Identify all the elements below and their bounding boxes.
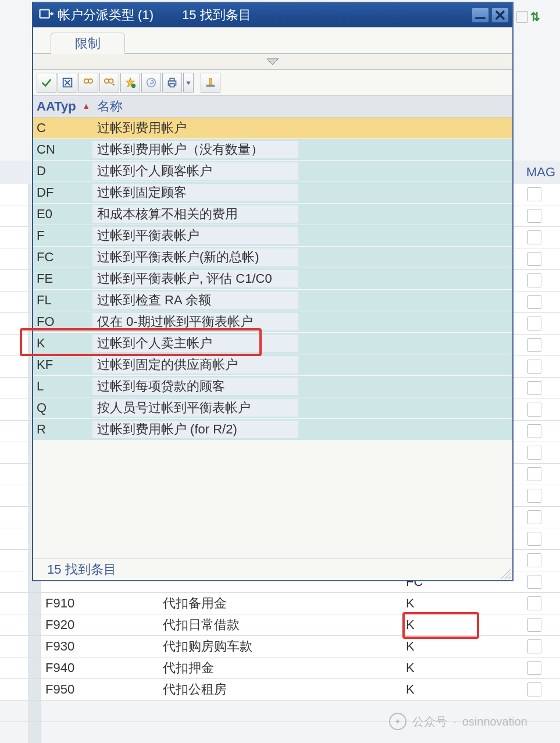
table-row[interactable]: F940 代扣押金 K (0, 657, 560, 679)
row-checkbox[interactable] (527, 338, 541, 352)
svg-rect-13 (170, 84, 174, 87)
list-item-aatyp: FL (33, 293, 92, 308)
table-row[interactable]: F910 代扣备用金 K (0, 593, 560, 614)
list-item-name: 过帐到费用帐户（没有数量） (92, 141, 298, 158)
list-item[interactable]: FC过帐到平衡表帐户(新的总帐) (33, 247, 512, 268)
column-header-name[interactable]: 名称 (92, 98, 123, 115)
row-checkbox[interactable] (527, 510, 541, 524)
row-checkbox[interactable] (527, 596, 541, 610)
list-item-aatyp: DF (33, 185, 92, 200)
highlight-box-k-value (402, 612, 479, 639)
list-item-aatyp: D (33, 163, 92, 179)
wagetype-desc: 代扣备用金 (163, 595, 395, 612)
list-item-name: 过帐到平衡表帐户, 评估 C1/C0 (92, 270, 298, 287)
list-item-name: 过帐到费用帐户 (for R/2) (92, 421, 298, 438)
row-checkbox[interactable] (527, 317, 541, 330)
list-item-name: 过帐到平衡表帐户(新的总帐) (92, 248, 298, 266)
row-checkbox[interactable] (527, 639, 541, 653)
tab-restrictions[interactable]: 限制 (51, 33, 125, 54)
row-checkbox[interactable] (527, 618, 541, 632)
resize-handle[interactable] (498, 566, 511, 579)
row-checkbox[interactable] (527, 489, 541, 503)
svg-point-3 (84, 79, 88, 83)
wagetype-code: F920 (45, 617, 156, 632)
row-checkbox[interactable] (527, 532, 541, 546)
list-item-name: 过帐到固定的供应商帐户 (92, 356, 298, 374)
dialog-count: 15 找到条目 (182, 6, 251, 24)
dialog-title: 帐户分派类型 (1) (58, 6, 154, 24)
list-item[interactable]: KF过帐到固定的供应商帐户 (33, 354, 512, 376)
watermark-source: osinnovation (462, 715, 527, 728)
list-item[interactable]: FL过帐到检查 RA 余额 (33, 290, 512, 311)
row-checkbox[interactable] (527, 424, 541, 438)
column-header-aatyp[interactable]: AATyp ▲ (33, 99, 92, 114)
row-checkbox[interactable] (527, 295, 541, 309)
list-item[interactable]: DF过帐到固定顾客 (33, 182, 512, 204)
row-checkbox[interactable] (527, 575, 541, 589)
wagetype-code: F910 (45, 596, 156, 611)
list-item-name: 过帐到检查 RA 余额 (92, 291, 298, 309)
dialog-titlebar[interactable]: 帐户分派类型 (1) 15 找到条目 ⇅ (33, 3, 512, 27)
row-checkbox[interactable] (527, 553, 541, 567)
list-item-aatyp: L (33, 379, 92, 394)
list-item-name: 过帐到费用帐户 (92, 119, 298, 137)
table-row[interactable]: F950 代扣公租房 K (0, 679, 560, 701)
svg-point-9 (131, 84, 135, 88)
list-item-aatyp: E0 (33, 207, 92, 222)
svg-point-4 (88, 79, 92, 83)
row-checkbox[interactable] (527, 381, 541, 395)
list-item-aatyp: CN (33, 142, 92, 157)
dialog-footer: 15 找到条目 (33, 559, 512, 580)
list-item[interactable]: E0和成本核算不相关的费用 (33, 204, 512, 225)
accept-button[interactable] (37, 73, 56, 93)
row-checkbox[interactable] (527, 467, 541, 481)
create-values-button[interactable] (201, 73, 220, 93)
wagetype-aatyp[interactable]: K (406, 682, 464, 697)
link-toggle-icon[interactable]: ⇅ (516, 10, 540, 24)
print-dropdown-button[interactable] (183, 73, 194, 93)
watermark: ✦ 公众号 · osinnovation (389, 713, 527, 730)
cancel-button[interactable] (58, 73, 77, 93)
list-item[interactable]: CN过帐到费用帐户（没有数量） (33, 139, 512, 161)
close-button[interactable] (491, 8, 509, 23)
row-checkbox[interactable] (527, 252, 541, 266)
table-row[interactable]: F930 代扣购房购车款 K (0, 636, 560, 657)
row-checkbox[interactable] (527, 403, 541, 417)
list-item[interactable]: FE过帐到平衡表帐户, 评估 C1/C0 (33, 268, 512, 290)
search-help-icon (38, 7, 54, 23)
list-item[interactable]: F过帐到平衡表帐户 (33, 225, 512, 247)
row-checkbox[interactable] (527, 273, 541, 287)
technical-info-button[interactable] (141, 73, 161, 93)
list-item[interactable]: R过帐到费用帐户 (for R/2) (33, 419, 512, 440)
find-next-button[interactable]: + (99, 73, 119, 93)
list-item-aatyp: R (33, 422, 92, 437)
wagetype-aatyp[interactable]: K (406, 660, 464, 676)
wagetype-desc: 代扣日常借款 (163, 616, 395, 634)
watermark-label: 公众号 (412, 714, 447, 730)
tabbar: 限制 (33, 27, 512, 54)
svg-marker-14 (186, 81, 190, 85)
list-item[interactable]: L过帐到每项贷款的顾客 (33, 376, 512, 397)
list-item[interactable]: D过帐到个人顾客帐户 (33, 161, 512, 182)
list-item[interactable]: C过帐到费用帐户 (33, 118, 512, 139)
row-checkbox[interactable] (527, 230, 541, 244)
list-item-name: 过帐到平衡表帐户 (92, 227, 298, 244)
row-checkbox[interactable] (527, 661, 541, 675)
wagetype-aatyp[interactable]: K (406, 596, 464, 611)
row-checkbox[interactable] (527, 446, 541, 460)
dialog-toolbar: + (33, 70, 512, 96)
svg-marker-1 (267, 59, 279, 65)
list-item-aatyp: F (33, 228, 92, 243)
row-checkbox[interactable] (527, 682, 541, 696)
wagetype-aatyp[interactable]: K (406, 639, 464, 654)
minimize-button[interactable] (472, 8, 489, 23)
row-checkbox[interactable] (527, 360, 541, 374)
svg-rect-15 (209, 79, 212, 85)
personal-value-list-button[interactable] (120, 73, 140, 93)
row-checkbox[interactable] (527, 209, 541, 223)
print-button[interactable] (162, 73, 182, 93)
find-button[interactable] (79, 73, 98, 93)
row-checkbox[interactable] (527, 187, 541, 201)
collapse-restrictions[interactable] (33, 54, 512, 70)
list-item[interactable]: Q按人员号过帐到平衡表帐户 (33, 397, 512, 419)
